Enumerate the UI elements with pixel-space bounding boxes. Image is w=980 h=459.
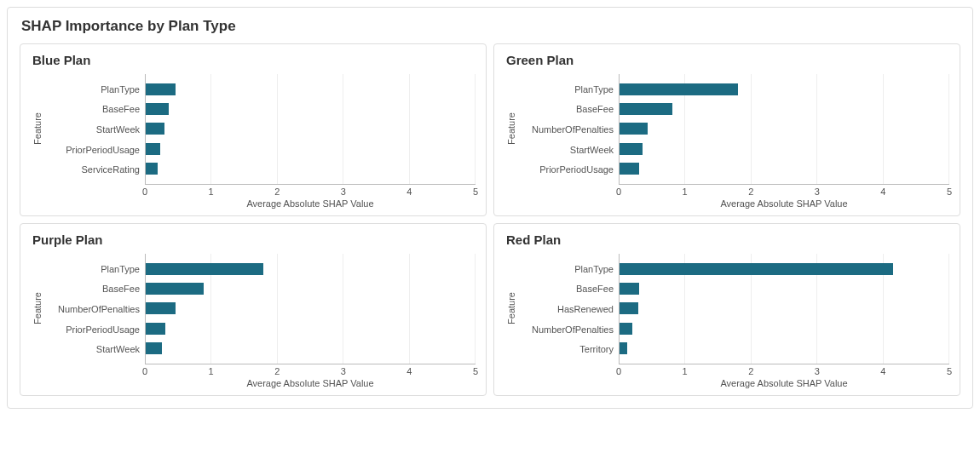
category-label: NumberOfPenalties xyxy=(518,121,614,138)
x-axis-label: Average Absolute SHAP Value xyxy=(145,198,476,209)
plot-area xyxy=(145,74,476,185)
panel-title: Blue Plan xyxy=(32,53,476,67)
chart-panel: Red PlanFeaturePlanTypeBaseFeeHasRenewed… xyxy=(493,223,960,396)
x-tick: 5 xyxy=(473,186,478,197)
category-label: PriorPeriodUsage xyxy=(44,321,140,338)
category-label: PlanType xyxy=(518,261,614,278)
category-label: HasRenewed xyxy=(518,301,614,318)
y-axis-label: Feature xyxy=(31,112,44,145)
bar xyxy=(620,283,639,295)
bar xyxy=(620,163,639,175)
bar xyxy=(146,143,160,155)
bar xyxy=(146,163,158,175)
bars-container xyxy=(146,254,476,364)
category-label: PlanType xyxy=(44,261,140,278)
category-label: ServiceRating xyxy=(44,161,140,178)
x-tick: 3 xyxy=(815,186,820,197)
category-label: StartWeek xyxy=(518,141,614,158)
chart-body: PlanTypeBaseFeeHasRenewedNumberOfPenalti… xyxy=(518,254,949,388)
x-axis-label: Average Absolute SHAP Value xyxy=(619,198,949,209)
x-tick: 4 xyxy=(406,186,412,197)
plot-area xyxy=(145,254,476,364)
axis-spacer xyxy=(518,364,619,378)
x-tick: 4 xyxy=(880,186,885,197)
category-label: StartWeek xyxy=(44,341,140,358)
y-axis-label: Feature xyxy=(504,112,518,145)
x-tick: 5 xyxy=(947,366,952,376)
bar xyxy=(620,302,638,314)
category-label: BaseFee xyxy=(518,100,614,118)
chart-wrap: FeaturePlanTypeBaseFeeNumberOfPenaltiesP… xyxy=(31,254,476,388)
plot-row: PlanTypeBaseFeeNumberOfPenaltiesPriorPer… xyxy=(44,254,476,364)
bar xyxy=(146,323,165,335)
x-ticks: 012345 xyxy=(619,185,949,198)
category-column: PlanTypeBaseFeeNumberOfPenaltiesStartWee… xyxy=(518,74,619,185)
category-label: BaseFee xyxy=(44,100,140,118)
chart-body: PlanTypeBaseFeeNumberOfPenaltiesPriorPer… xyxy=(44,254,476,388)
x-axis-label: Average Absolute SHAP Value xyxy=(145,378,476,388)
page-title: SHAP Importance by Plan Type xyxy=(21,18,960,35)
x-tick: 0 xyxy=(142,186,147,197)
axis-spacer xyxy=(44,198,145,209)
x-tick: 3 xyxy=(341,366,346,376)
panel-title: Red Plan xyxy=(506,232,949,247)
chart-body: PlanTypeBaseFeeStartWeekPriorPeriodUsage… xyxy=(44,74,476,209)
panel-title: Purple Plan xyxy=(32,232,476,247)
category-label: PlanType xyxy=(44,81,140,98)
category-label: Territory xyxy=(518,341,614,358)
x-tick: 4 xyxy=(880,366,885,376)
axis-row: 012345 xyxy=(44,185,476,198)
bar xyxy=(146,263,263,275)
bar xyxy=(620,83,738,95)
panel-title: Green Plan xyxy=(506,53,949,67)
axis-spacer xyxy=(518,185,619,198)
x-ticks: 012345 xyxy=(145,185,476,198)
bar xyxy=(146,123,164,135)
bar xyxy=(620,123,648,135)
bar xyxy=(146,103,169,115)
axis-row: 012345 xyxy=(518,364,949,378)
bar xyxy=(620,103,672,115)
x-tick: 0 xyxy=(616,366,621,376)
x-tick: 2 xyxy=(748,366,753,376)
bar xyxy=(146,342,162,354)
x-tick: 1 xyxy=(683,186,688,197)
chart-wrap: FeaturePlanTypeBaseFeeHasRenewedNumberOf… xyxy=(504,254,949,388)
x-tick: 1 xyxy=(209,186,214,197)
x-tick: 3 xyxy=(341,186,346,197)
category-column: PlanTypeBaseFeeStartWeekPriorPeriodUsage… xyxy=(44,74,145,185)
bar xyxy=(146,302,176,314)
axis-row: 012345 xyxy=(518,185,949,198)
bar xyxy=(146,283,204,295)
category-column: PlanTypeBaseFeeNumberOfPenaltiesPriorPer… xyxy=(44,254,145,364)
chart-wrap: FeaturePlanTypeBaseFeeStartWeekPriorPeri… xyxy=(31,74,476,209)
x-tick: 2 xyxy=(274,186,280,197)
chart-body: PlanTypeBaseFeeNumberOfPenaltiesStartWee… xyxy=(518,74,949,209)
x-tick: 5 xyxy=(947,186,952,197)
bar xyxy=(620,263,893,275)
x-ticks: 012345 xyxy=(619,364,949,378)
x-tick: 5 xyxy=(473,366,478,376)
chart-panel: Purple PlanFeaturePlanTypeBaseFeeNumberO… xyxy=(20,223,487,396)
category-label: PlanType xyxy=(518,81,614,98)
xlabel-row: Average Absolute SHAP Value xyxy=(518,198,949,209)
chart-grid: Blue PlanFeaturePlanTypeBaseFeeStartWeek… xyxy=(20,43,960,396)
xlabel-row: Average Absolute SHAP Value xyxy=(44,198,476,209)
x-tick: 1 xyxy=(683,366,688,376)
axis-spacer xyxy=(518,378,619,388)
x-tick: 0 xyxy=(616,186,621,197)
category-label: PriorPeriodUsage xyxy=(518,161,614,178)
x-tick: 0 xyxy=(142,366,147,376)
y-axis-label: Feature xyxy=(504,292,518,324)
plot-area xyxy=(619,254,949,364)
xlabel-row: Average Absolute SHAP Value xyxy=(44,378,476,388)
plot-row: PlanTypeBaseFeeStartWeekPriorPeriodUsage… xyxy=(44,74,476,185)
chart-wrap: FeaturePlanTypeBaseFeeNumberOfPenaltiesS… xyxy=(504,74,949,209)
category-label: BaseFee xyxy=(518,280,614,297)
chart-panel: Blue PlanFeaturePlanTypeBaseFeeStartWeek… xyxy=(20,43,487,216)
x-tick: 2 xyxy=(274,366,280,376)
bar xyxy=(620,323,632,335)
plot-row: PlanTypeBaseFeeHasRenewedNumberOfPenalti… xyxy=(518,254,949,364)
chart-panel: Green PlanFeaturePlanTypeBaseFeeNumberOf… xyxy=(493,43,960,216)
axis-spacer xyxy=(44,378,145,388)
